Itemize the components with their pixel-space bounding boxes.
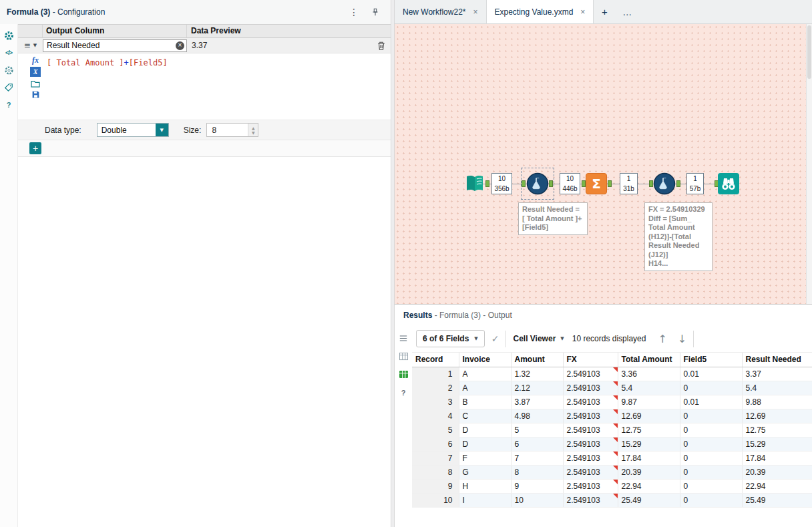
cell-viewer-dropdown[interactable]: Cell Viewer ▼ — [513, 334, 564, 343]
column-header[interactable]: Record — [412, 353, 459, 367]
spin-down-icon[interactable]: ▼ — [252, 130, 255, 135]
data-cell[interactable]: 12.75 — [618, 423, 680, 437]
apply-check-icon[interactable]: ✓ — [491, 333, 499, 344]
column-header[interactable]: FX — [563, 353, 618, 367]
scroll-down-icon[interactable]: ↓ — [678, 333, 686, 345]
output-column-input[interactable]: Result Needed × — [43, 39, 187, 52]
data-cell[interactable]: 6 — [511, 437, 563, 451]
fields-dropdown[interactable]: 6 of 6 Fields ▼ — [416, 330, 485, 347]
data-cell[interactable]: 8 — [511, 465, 563, 479]
record-number-cell[interactable]: 9 — [412, 479, 459, 493]
tab-overflow-button[interactable]: … — [615, 0, 639, 23]
data-cell[interactable]: 12.69 — [742, 409, 812, 423]
data-cell[interactable]: F — [459, 451, 511, 465]
new-tab-button[interactable]: + — [594, 0, 615, 23]
save-icon[interactable] — [30, 90, 41, 100]
data-cell[interactable]: 5.4 — [742, 381, 812, 395]
tab-new-workflow22[interactable]: New Workflow22* × — [395, 0, 487, 23]
data-cell[interactable]: G — [459, 465, 511, 479]
data-cell[interactable]: 0.01 — [680, 367, 742, 381]
data-cell[interactable]: 22.94 — [742, 479, 812, 493]
functions-button[interactable]: fx — [30, 55, 41, 65]
column-header[interactable]: Result Needed — [742, 353, 812, 367]
data-cell[interactable]: A — [459, 367, 511, 381]
chevron-down-icon[interactable]: ▼ — [33, 43, 37, 48]
record-number-cell[interactable]: 2 — [412, 381, 459, 395]
data-cell[interactable]: 2.549103 — [563, 493, 618, 507]
formula-tool[interactable] — [653, 172, 676, 195]
data-cell[interactable]: 0 — [680, 479, 742, 493]
data-cell[interactable]: 0 — [680, 493, 742, 507]
data-cell[interactable]: D — [459, 423, 511, 437]
data-cell[interactable]: 20.39 — [742, 465, 812, 479]
data-cell[interactable]: 0 — [680, 409, 742, 423]
data-cell[interactable]: 2.549103 — [563, 381, 618, 395]
workflow-canvas[interactable]: 10 356b 10 446b Σ 1 31b — [395, 24, 812, 304]
summarize-tool[interactable]: Σ — [586, 173, 607, 194]
record-number-cell[interactable]: 3 — [412, 395, 459, 409]
tool-annotation[interactable]: FX = 2.54910329 Diff = [Sum_ Total Amoun… — [644, 202, 713, 271]
column-header[interactable]: Invoice — [459, 353, 511, 367]
data-cell[interactable]: 2.549103 — [563, 465, 618, 479]
data-cell[interactable]: 12.75 — [742, 423, 812, 437]
data-cell[interactable]: B — [459, 395, 511, 409]
data-cell[interactable]: 2.549103 — [563, 479, 618, 493]
tool-annotation[interactable]: Result Needed = [ Total Amount ]+ [Field… — [518, 202, 588, 235]
row-drag-handle-icon[interactable]: ≡ — [24, 41, 31, 50]
data-cell[interactable]: 9 — [511, 479, 563, 493]
data-cell[interactable]: 5 — [511, 423, 563, 437]
data-cell[interactable]: 2.12 — [511, 381, 563, 395]
data-cell[interactable]: 25.49 — [618, 493, 680, 507]
metadata-view-icon[interactable] — [398, 351, 409, 361]
data-cell[interactable]: 2.549103 — [563, 367, 618, 381]
connection-progress[interactable]: 1 57b — [686, 173, 704, 194]
table-row[interactable]: 8G82.54910320.39020.39 — [412, 465, 812, 479]
record-number-cell[interactable]: 6 — [412, 437, 459, 451]
pin-icon[interactable] — [371, 7, 380, 17]
output-anchor[interactable] — [608, 180, 612, 187]
connection-progress[interactable]: 10 446b — [560, 173, 580, 194]
tag-icon[interactable] — [3, 82, 14, 93]
list-view-icon[interactable] — [398, 333, 409, 343]
data-cell[interactable]: 9.87 — [618, 395, 680, 409]
data-cell[interactable]: 12.69 — [618, 409, 680, 423]
table-row[interactable]: 6D62.54910315.29015.29 — [412, 437, 812, 451]
data-cell[interactable]: 0 — [680, 437, 742, 451]
data-cell[interactable]: 2.549103 — [563, 423, 618, 437]
data-cell[interactable]: 0 — [680, 423, 742, 437]
variables-button[interactable]: X — [30, 67, 41, 77]
data-cell[interactable]: 0 — [680, 465, 742, 479]
data-cell[interactable]: 3.36 — [618, 367, 680, 381]
close-icon[interactable]: × — [580, 7, 585, 17]
data-cell[interactable]: 3.37 — [742, 367, 812, 381]
record-number-cell[interactable]: 4 — [412, 409, 459, 423]
data-cell[interactable]: 15.29 — [618, 437, 680, 451]
size-input[interactable]: 8 ▲ ▼ — [206, 123, 258, 137]
data-cell[interactable]: A — [459, 381, 511, 395]
data-cell[interactable]: 7 — [511, 451, 563, 465]
folder-icon[interactable] — [30, 78, 41, 88]
data-cell[interactable]: 2.549103 — [563, 395, 618, 409]
dropdown-caret-icon[interactable]: ▼ — [156, 124, 168, 136]
data-cell[interactable]: 15.29 — [742, 437, 812, 451]
connection-progress[interactable]: 1 31b — [620, 173, 638, 194]
formula-expression-editor[interactable]: [ Total Amount ]+[Field5] — [43, 53, 391, 120]
formula-tool-selected[interactable] — [526, 172, 549, 195]
data-cell[interactable]: 3.87 — [511, 395, 563, 409]
tab-expecting-value[interactable]: Expecting Value.yxmd × — [487, 0, 594, 23]
data-cell[interactable]: H — [459, 479, 511, 493]
data-cell[interactable]: 0.01 — [680, 395, 742, 409]
table-row[interactable]: 9H92.54910322.94022.94 — [412, 479, 812, 493]
connection-progress[interactable]: 10 356b — [491, 173, 512, 194]
record-number-cell[interactable]: 1 — [412, 367, 459, 381]
table-row[interactable]: 10I102.54910325.49025.49 — [412, 493, 812, 507]
column-header[interactable]: Amount — [511, 353, 563, 367]
number-stepper[interactable]: ▲ ▼ — [248, 124, 258, 136]
scrollbar-thumb[interactable] — [807, 25, 811, 79]
help-icon[interactable]: ? — [3, 100, 14, 110]
data-view-icon[interactable] — [398, 369, 409, 379]
browse-tool[interactable] — [718, 173, 739, 194]
kebab-menu-icon[interactable]: ⋮ — [349, 7, 359, 17]
canvas-scrollbar[interactable] — [806, 24, 812, 304]
table-row[interactable]: 5D52.54910312.75012.75 — [412, 423, 812, 437]
